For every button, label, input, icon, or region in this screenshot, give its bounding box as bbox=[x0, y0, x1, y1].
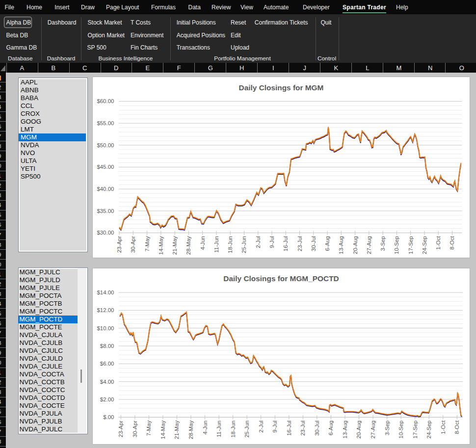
svg-text:$45.00: $45.00 bbox=[97, 164, 114, 170]
svg-text:17-Sep: 17-Sep bbox=[412, 421, 418, 439]
svg-text:11-Jun: 11-Jun bbox=[216, 421, 222, 437]
svg-text:23-Apr: 23-Apr bbox=[118, 421, 124, 437]
svg-text:24-Sep: 24-Sep bbox=[422, 236, 427, 254]
svg-text:28-May: 28-May bbox=[185, 236, 191, 255]
svg-text:11-Jun: 11-Jun bbox=[213, 236, 219, 253]
svg-text:18-Jun: 18-Jun bbox=[230, 421, 236, 438]
svg-text:28-May: 28-May bbox=[188, 421, 194, 439]
svg-text:2-Jul: 2-Jul bbox=[255, 236, 261, 248]
svg-text:$30.00: $30.00 bbox=[97, 230, 114, 236]
svg-text:21-May: 21-May bbox=[174, 421, 180, 439]
svg-text:30-Jul: 30-Jul bbox=[311, 236, 317, 251]
svg-text:6-Aug: 6-Aug bbox=[324, 236, 330, 251]
svg-text:$12.00: $12.00 bbox=[97, 307, 114, 313]
svg-text:6-Aug: 6-Aug bbox=[328, 421, 334, 435]
svg-text:20-Aug: 20-Aug bbox=[352, 236, 358, 254]
svg-text:16-Jul: 16-Jul bbox=[286, 421, 292, 436]
svg-text:9-Jul: 9-Jul bbox=[269, 236, 275, 248]
svg-text:$40.00: $40.00 bbox=[97, 186, 114, 192]
svg-text:27-Aug: 27-Aug bbox=[370, 421, 376, 439]
svg-text:1-Oct: 1-Oct bbox=[440, 420, 446, 434]
svg-text:17-Sep: 17-Sep bbox=[408, 236, 414, 254]
svg-text:8-Oct: 8-Oct bbox=[454, 420, 460, 434]
svg-text:30-Apr: 30-Apr bbox=[132, 421, 138, 437]
svg-text:23-Jul: 23-Jul bbox=[300, 421, 306, 436]
svg-text:$4.00: $4.00 bbox=[100, 379, 114, 385]
svg-text:23-Apr: 23-Apr bbox=[116, 236, 122, 253]
svg-text:30-Jul: 30-Jul bbox=[314, 421, 320, 436]
svg-text:8-Oct: 8-Oct bbox=[449, 236, 455, 250]
svg-text:25-Jun: 25-Jun bbox=[241, 236, 247, 253]
svg-text:7-May: 7-May bbox=[146, 421, 152, 436]
svg-text:1-Oct: 1-Oct bbox=[435, 236, 441, 250]
svg-text:$50.00: $50.00 bbox=[97, 142, 114, 148]
svg-text:14-May: 14-May bbox=[158, 236, 164, 255]
svg-text:$.00: $.00 bbox=[103, 414, 114, 420]
svg-text:24-Sep: 24-Sep bbox=[426, 421, 432, 439]
svg-text:10-Sep: 10-Sep bbox=[398, 421, 404, 439]
svg-text:$60.00: $60.00 bbox=[97, 98, 114, 104]
svg-text:$14.00: $14.00 bbox=[97, 290, 114, 295]
svg-text:9-Jul: 9-Jul bbox=[272, 421, 278, 433]
svg-text:$55.00: $55.00 bbox=[97, 120, 114, 126]
svg-text:$2.00: $2.00 bbox=[100, 396, 114, 402]
svg-text:30-Apr: 30-Apr bbox=[130, 236, 136, 253]
svg-text:4-Jun: 4-Jun bbox=[202, 421, 208, 435]
svg-text:$35.00: $35.00 bbox=[97, 208, 114, 214]
svg-text:Daily Closings for MGM: Daily Closings for MGM bbox=[239, 83, 324, 92]
svg-text:16-Jul: 16-Jul bbox=[283, 236, 289, 251]
svg-text:3-Sep: 3-Sep bbox=[380, 236, 386, 251]
svg-text:Daily Closings for MGM_POCTD: Daily Closings for MGM_POCTD bbox=[223, 274, 339, 283]
svg-text:$6.00: $6.00 bbox=[100, 361, 114, 367]
svg-text:$10.00: $10.00 bbox=[97, 325, 114, 331]
svg-text:13-Aug: 13-Aug bbox=[338, 236, 344, 254]
svg-text:10-Sep: 10-Sep bbox=[394, 236, 399, 254]
svg-text:21-May: 21-May bbox=[172, 236, 178, 255]
svg-text:13-Aug: 13-Aug bbox=[342, 421, 348, 439]
svg-text:23-Jul: 23-Jul bbox=[297, 236, 303, 251]
svg-text:20-Aug: 20-Aug bbox=[356, 421, 362, 439]
svg-text:$8.00: $8.00 bbox=[100, 343, 114, 349]
svg-text:14-May: 14-May bbox=[160, 421, 166, 439]
svg-text:27-Aug: 27-Aug bbox=[366, 236, 372, 254]
svg-text:7-May: 7-May bbox=[144, 236, 150, 252]
svg-text:2-Jul: 2-Jul bbox=[258, 421, 264, 433]
svg-text:18-Jun: 18-Jun bbox=[227, 236, 233, 253]
svg-text:4-Jun: 4-Jun bbox=[200, 236, 206, 250]
svg-text:3-Sep: 3-Sep bbox=[384, 421, 390, 435]
svg-text:25-Jun: 25-Jun bbox=[244, 421, 250, 438]
